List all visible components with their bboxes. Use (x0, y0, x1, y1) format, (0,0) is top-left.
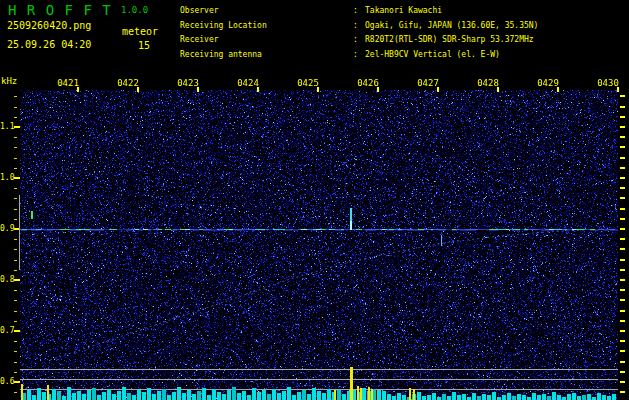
y-tick-label: 0.6 (0, 377, 13, 386)
y-right-tick (620, 279, 625, 281)
spectrogram-canvas (20, 90, 618, 400)
info-colon: : (353, 35, 358, 44)
y-minor-tick (14, 168, 17, 169)
y-minor-tick (14, 362, 17, 363)
app-title: H R O F F T (8, 2, 112, 18)
y-right-tick (620, 136, 625, 138)
y-tick-label: 0.9 (0, 224, 13, 233)
y-tick-mark (14, 330, 20, 332)
y-tick-label: 1.1 (0, 122, 13, 131)
y-right-tick (620, 269, 625, 271)
y-minor-tick (14, 260, 17, 261)
x-tick-mark (197, 87, 199, 92)
y-right-tick (620, 95, 625, 97)
y-right-tick (620, 187, 625, 189)
info-value: R820T2(RTL-SDR) SDR-Sharp 53.372MHz (365, 35, 534, 44)
y-minor-tick (14, 219, 17, 220)
y-right-tick (620, 361, 625, 363)
x-tick-mark (617, 87, 619, 92)
x-tick-mark (77, 87, 79, 92)
y-minor-tick (14, 137, 17, 138)
y-right-tick (620, 248, 625, 250)
y-tick-label: 0.8 (0, 275, 13, 284)
y-minor-tick (14, 239, 17, 240)
y-minor-tick (14, 321, 17, 322)
info-label: Receiving antenna (180, 50, 262, 59)
app-version: 1.0.0 (121, 5, 148, 15)
y-minor-tick (14, 249, 17, 250)
info-value: 2el-HB9CV Vertical (el. E-W) (365, 50, 500, 59)
y-right-tick (620, 146, 625, 148)
left-scale-bar (19, 195, 20, 270)
y-right-tick (620, 116, 625, 118)
y-right-tick (620, 177, 625, 179)
y-right-tick (620, 350, 625, 352)
y-minor-tick (14, 300, 17, 301)
info-colon: : (353, 6, 358, 15)
y-right-tick (620, 310, 625, 312)
mode-label: meteor (122, 26, 158, 37)
y-right-tick (620, 259, 625, 261)
y-minor-tick (14, 270, 17, 271)
y-minor-tick (14, 107, 17, 108)
x-tick-mark (497, 87, 499, 92)
y-right-tick (620, 320, 625, 322)
y-tick-mark (14, 381, 20, 383)
y-tick-mark (14, 177, 20, 179)
y-tick-label: 0.7 (0, 326, 13, 335)
y-right-tick (620, 228, 625, 230)
hrofft-screen: H R O F F T 1.0.0 2509260420.png meteor … (0, 0, 629, 400)
y-minor-tick (14, 351, 17, 352)
y-minor-tick (14, 198, 17, 199)
info-colon: : (353, 50, 358, 59)
y-minor-tick (14, 341, 17, 342)
y-right-tick (620, 371, 625, 373)
y-right-tick (620, 197, 625, 199)
y-right-tick (620, 340, 625, 342)
y-minor-tick (14, 372, 17, 373)
y-right-tick (620, 208, 625, 210)
x-tick-mark (437, 87, 439, 92)
y-right-tick (620, 391, 625, 393)
output-filename: 2509260420.png (7, 20, 91, 31)
info-label: Receiving Location (180, 21, 267, 30)
y-tick-label: 1.0 (0, 173, 13, 182)
y-axis-unit-label: kHz (1, 76, 17, 86)
info-value: Ogaki, Gifu, JAPAN (136.60E, 35.35N) (365, 21, 538, 30)
info-label: Observer (180, 6, 219, 15)
y-right-tick (620, 381, 625, 383)
y-minor-tick (14, 209, 17, 210)
x-tick-mark (137, 87, 139, 92)
y-tick-mark (14, 126, 20, 128)
y-right-tick (620, 238, 625, 240)
y-right-tick (620, 299, 625, 301)
y-minor-tick (14, 147, 17, 148)
y-minor-tick (14, 158, 17, 159)
y-right-tick (620, 289, 625, 291)
y-minor-tick (14, 392, 17, 393)
y-right-tick (620, 126, 625, 128)
y-minor-tick (14, 117, 17, 118)
y-right-tick (620, 167, 625, 169)
y-minor-tick (14, 311, 17, 312)
info-colon: : (353, 21, 358, 30)
y-right-tick (620, 106, 625, 108)
x-tick-mark (257, 87, 259, 92)
y-minor-tick (14, 290, 17, 291)
x-tick-mark (317, 87, 319, 92)
y-minor-tick (14, 188, 17, 189)
y-minor-tick (14, 96, 17, 97)
info-value: Takanori Kawachi (365, 6, 442, 15)
echo-count: 15 (138, 40, 150, 51)
info-label: Receiver (180, 35, 219, 44)
y-right-tick (620, 157, 625, 159)
y-right-tick (620, 218, 625, 220)
x-tick-mark (377, 87, 379, 92)
datetime-label: 25.09.26 04:20 (7, 39, 91, 50)
y-tick-mark (14, 279, 20, 281)
y-right-tick (620, 330, 625, 332)
x-tick-mark (557, 87, 559, 92)
